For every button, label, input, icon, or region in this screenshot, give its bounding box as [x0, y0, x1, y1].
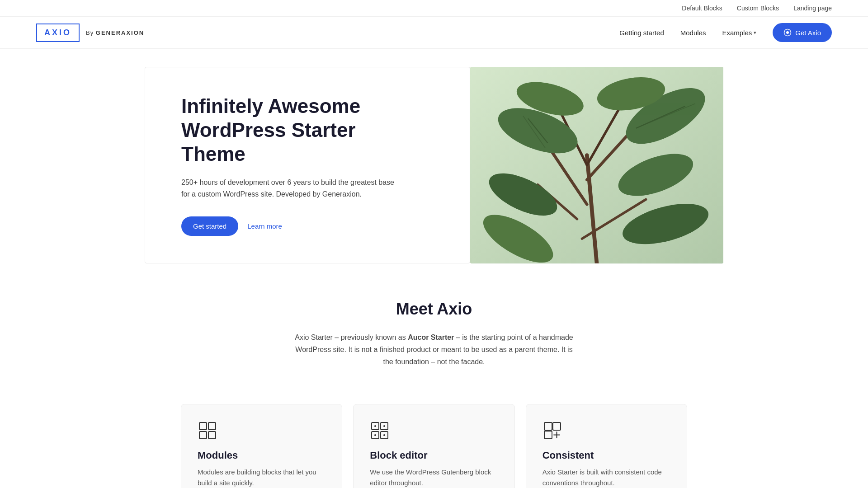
logo: AXIO — [36, 23, 80, 42]
consistent-card-title: Consistent — [542, 450, 670, 461]
default-blocks-link[interactable]: Default Blocks — [682, 5, 722, 12]
hero-plant-image — [470, 67, 723, 263]
landing-page-link[interactable]: Landing page — [793, 5, 832, 12]
nav-links: Getting started Modules Examples ▾ Get A… — [619, 23, 832, 42]
getting-started-link[interactable]: Getting started — [619, 29, 664, 37]
consistent-card-description: Axio Starter is built with consistent co… — [542, 467, 670, 488]
svg-rect-34 — [544, 422, 552, 430]
hero-text-card: Infinitely Awesome WordPress Starter The… — [145, 67, 470, 263]
svg-rect-23 — [208, 422, 216, 430]
block-editor-card: Block editor We use the WordPress Gutenb… — [353, 404, 514, 488]
modules-card: Modules Modules are building blocks that… — [181, 404, 342, 488]
block-editor-card-description: We use the WordPress Gutenberg block edi… — [370, 467, 498, 488]
navbar: AXIO By GENERAXION Getting started Modul… — [0, 17, 868, 49]
hero-description: 250+ hours of development over 6 years t… — [181, 177, 398, 200]
hero-image — [470, 67, 723, 263]
svg-point-32 — [374, 434, 376, 436]
logo-area: AXIO By GENERAXION — [36, 23, 144, 42]
modules-nav-link[interactable]: Modules — [680, 29, 706, 37]
svg-rect-25 — [208, 432, 216, 439]
chevron-down-icon: ▾ — [754, 30, 756, 36]
svg-point-30 — [374, 425, 376, 427]
get-started-button[interactable]: Get started — [181, 216, 238, 236]
hero-title: Infinitely Awesome WordPress Starter The… — [181, 94, 398, 166]
svg-rect-35 — [553, 422, 561, 430]
axio-logo-icon — [783, 28, 792, 37]
get-axio-button[interactable]: Get Axio — [773, 23, 832, 42]
meet-axio-section: Meet Axio Axio Starter – previously know… — [145, 263, 723, 395]
consistent-icon — [542, 421, 562, 441]
consistent-card: Consistent Axio Starter is built with co… — [526, 404, 687, 488]
custom-blocks-link[interactable]: Custom Blocks — [737, 5, 779, 12]
feature-cards: Modules Modules are building blocks that… — [145, 395, 723, 488]
hero-actions: Get started Learn more — [181, 216, 434, 236]
meet-axio-title: Meet Axio — [181, 300, 687, 319]
plant-illustration — [470, 67, 723, 263]
svg-rect-22 — [199, 422, 207, 430]
brand-highlight: Aucor Starter — [408, 333, 454, 341]
top-bar: Default Blocks Custom Blocks Landing pag… — [0, 0, 868, 17]
svg-rect-24 — [199, 432, 207, 439]
block-editor-icon — [370, 421, 390, 441]
modules-card-title: Modules — [198, 450, 326, 461]
learn-more-link[interactable]: Learn more — [247, 222, 282, 230]
examples-label: Examples — [722, 29, 752, 37]
svg-point-33 — [383, 434, 385, 436]
block-editor-card-title: Block editor — [370, 450, 498, 461]
svg-point-31 — [383, 425, 385, 427]
meet-axio-text-before: Axio Starter – previously known as — [295, 333, 408, 341]
get-axio-label: Get Axio — [795, 29, 821, 37]
svg-rect-36 — [544, 431, 552, 439]
examples-dropdown[interactable]: Examples ▾ — [722, 29, 756, 37]
brand-tagline: By GENERAXION — [86, 29, 144, 36]
modules-icon — [198, 421, 217, 441]
meet-axio-description: Axio Starter – previously known as Aucor… — [289, 331, 579, 368]
hero-section: Infinitely Awesome WordPress Starter The… — [145, 67, 723, 263]
svg-point-1 — [786, 31, 789, 34]
modules-card-description: Modules are building blocks that let you… — [198, 467, 326, 488]
